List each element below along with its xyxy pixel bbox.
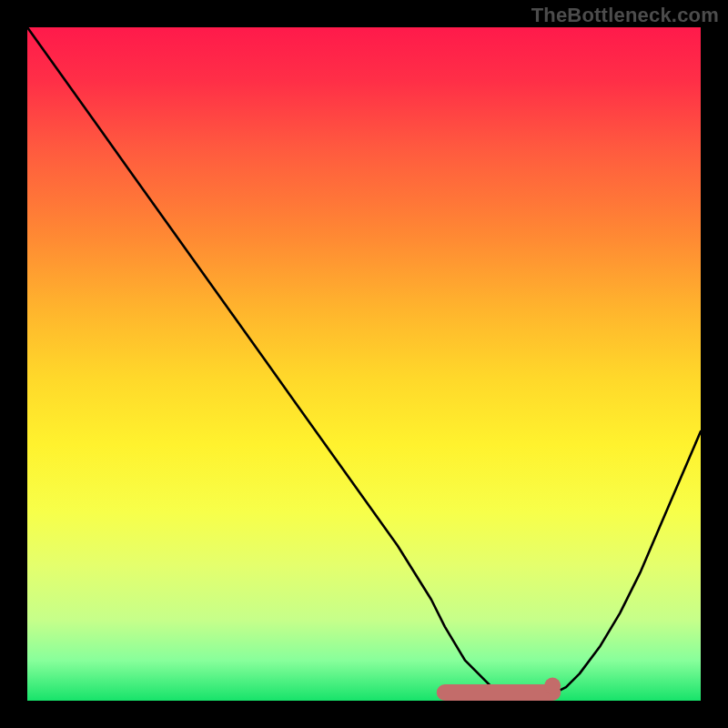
watermark-text: TheBottleneck.com (531, 4, 719, 27)
chart-stage: TheBottleneck.com (0, 0, 728, 728)
chart-svg (27, 27, 701, 701)
highlight-dot (544, 678, 561, 694)
bottleneck-curve (27, 27, 701, 701)
chart-plot-area (27, 27, 701, 701)
